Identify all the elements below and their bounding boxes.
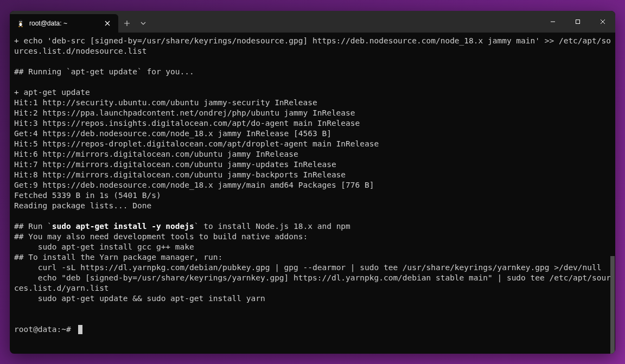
svg-rect-10 bbox=[576, 20, 580, 23]
svg-point-2 bbox=[20, 23, 22, 26]
maximize-button[interactable] bbox=[565, 11, 590, 33]
svg-point-7 bbox=[20, 22, 21, 23]
scrollbar-thumb[interactable] bbox=[610, 256, 615, 354]
terminal-output: + echo 'deb-src [signed-by=/usr/share/ke… bbox=[14, 36, 611, 335]
tabs-area: root@data: ~ bbox=[10, 11, 151, 33]
minimize-button[interactable] bbox=[540, 11, 565, 33]
svg-point-9 bbox=[21, 26, 23, 27]
tab-title: root@data: ~ bbox=[29, 20, 99, 27]
close-tab-icon[interactable] bbox=[103, 19, 112, 28]
window-controls bbox=[540, 11, 615, 33]
tab-active[interactable]: root@data: ~ bbox=[10, 14, 118, 33]
tab-dropdown-button[interactable] bbox=[136, 14, 151, 33]
title-bar: root@data: ~ bbox=[10, 11, 615, 33]
new-tab-button[interactable] bbox=[118, 14, 136, 33]
svg-point-6 bbox=[21, 21, 22, 22]
penguin-icon bbox=[16, 19, 25, 28]
svg-point-5 bbox=[20, 21, 20, 22]
terminal-window: root@data: ~ bbox=[10, 11, 615, 354]
terminal-content[interactable]: + echo 'deb-src [signed-by=/usr/share/ke… bbox=[10, 33, 615, 354]
close-window-button[interactable] bbox=[590, 11, 615, 33]
svg-point-8 bbox=[18, 26, 20, 27]
scrollbar[interactable] bbox=[610, 33, 615, 354]
